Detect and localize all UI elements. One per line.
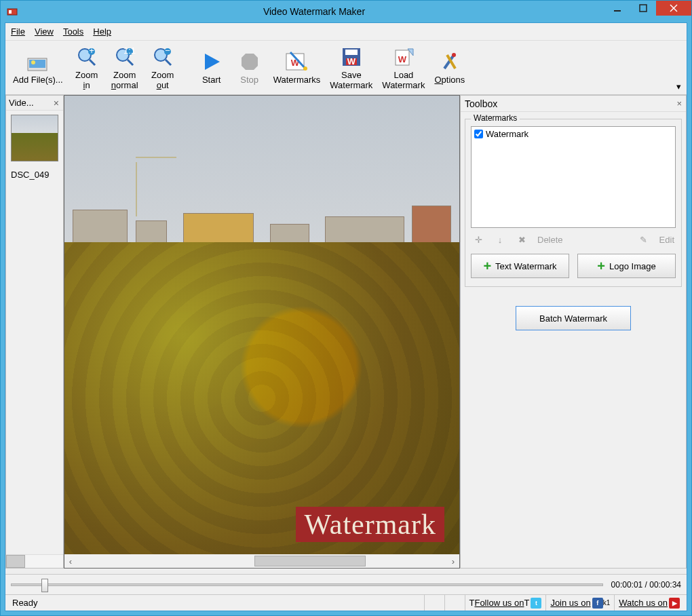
window-titlebar: Video Watermark Maker <box>1 1 691 22</box>
svg-point-8 <box>31 60 35 64</box>
zoom-out-button[interactable]: − Zoomout <box>145 43 180 92</box>
remove-icon: ✖ <box>516 233 528 246</box>
toolbar-dropdown-icon[interactable]: ▾ <box>675 80 683 93</box>
scroll-left-icon[interactable]: ‹ <box>64 555 77 567</box>
svg-point-36 <box>452 53 456 57</box>
zoom-in-button[interactable]: + Zoomin <box>69 43 104 92</box>
logo-image-button[interactable]: + Logo Image <box>577 254 676 278</box>
watermark-list-item[interactable]: Watermark <box>473 128 674 140</box>
edit-icon: ✎ <box>638 233 650 246</box>
play-icon <box>199 50 224 74</box>
move-down-icon: ↓ <box>494 233 506 246</box>
status-join[interactable]: Join us on fk1 <box>546 595 615 611</box>
move-up-icon: ✛ <box>472 233 484 246</box>
options-icon <box>438 50 462 74</box>
menu-view[interactable]: View <box>35 26 54 37</box>
svg-line-18 <box>166 60 171 65</box>
svg-text:−: − <box>165 46 170 56</box>
watermarks-label: Watermarks <box>273 75 321 85</box>
watermark-tools: ✛ ↓ ✖ Delete ✎ Edit <box>471 228 676 251</box>
close-button[interactable] <box>656 1 691 16</box>
load-icon: W <box>391 45 416 69</box>
text-watermark-button[interactable]: + Text Watermark <box>471 254 569 278</box>
add-files-button[interactable]: Add File(s)... <box>9 47 66 87</box>
svg-rect-7 <box>29 60 45 68</box>
files-panel-title: Vide... <box>9 98 52 108</box>
minimize-button[interactable] <box>604 1 630 16</box>
thumbnail-label: DSC_049 <box>11 170 58 180</box>
preview-panel: Watermark ‹ › <box>64 95 460 569</box>
svg-rect-28 <box>345 50 358 55</box>
batch-watermark-label: Batch Watermark <box>539 313 607 324</box>
svg-text:W: W <box>398 54 407 64</box>
timeline-time: 00:00:01 / 00:00:34 <box>611 580 681 590</box>
batch-watermark-button[interactable]: Batch Watermark <box>516 306 631 330</box>
menu-tools[interactable]: Tools <box>63 26 83 37</box>
app-icon <box>6 5 18 18</box>
thumbnail-image <box>11 115 58 161</box>
preview-image: Watermark <box>64 96 459 554</box>
main-area: Vide... × DSC_049 <box>5 95 687 569</box>
watermark-overlay[interactable]: Watermark <box>296 507 444 542</box>
files-scrollbar[interactable] <box>6 554 63 568</box>
svg-rect-3 <box>640 5 647 12</box>
load-watermark-button[interactable]: W LoadWatermark <box>379 43 428 92</box>
stop-button: Stop <box>232 47 267 87</box>
svg-line-10 <box>90 60 95 65</box>
add-files-label: Add File(s)... <box>13 75 63 85</box>
status-ready: Ready <box>8 595 425 611</box>
start-button[interactable]: Start <box>194 47 229 87</box>
watermarks-icon: W <box>284 50 309 74</box>
watermarks-list[interactable]: Watermark <box>471 126 676 228</box>
svg-line-14 <box>128 60 133 65</box>
svg-text:W: W <box>347 56 356 66</box>
status-follow[interactable]: TFollow us onT t <box>465 595 547 611</box>
toolbox-panel: Toolbox × Watermarks Watermark ✛ ↓ <box>460 95 687 569</box>
svg-marker-22 <box>242 54 258 70</box>
delete-label: Delete <box>537 235 563 245</box>
add-files-icon <box>26 50 50 74</box>
save-watermark-button[interactable]: W SaveWatermark <box>326 43 376 92</box>
timeline-slider[interactable] <box>11 583 603 586</box>
watermark-item-label: Watermark <box>486 129 528 139</box>
watermarks-button[interactable]: W Watermarks <box>270 47 324 87</box>
menubar: File View Tools Help <box>5 23 687 41</box>
svg-text:1:1: 1:1 <box>123 46 136 56</box>
toolbox-title: Toolbox <box>465 98 676 109</box>
watermark-checkbox[interactable] <box>474 130 483 138</box>
status-watch[interactable]: Watch us on ▶ <box>615 595 684 611</box>
watermarks-group: Watermarks Watermark ✛ ↓ ✖ Delete ✎ <box>465 119 682 287</box>
options-button[interactable]: Options <box>431 47 468 87</box>
svg-marker-21 <box>205 54 220 70</box>
zoom-normal-button[interactable]: 1:1 Zoomnormal <box>107 43 142 92</box>
preview-hscrollbar[interactable]: ‹ › <box>64 554 459 568</box>
maximize-button[interactable] <box>630 1 656 16</box>
svg-point-26 <box>303 66 307 71</box>
svg-rect-1 <box>9 10 12 14</box>
zoom-out-icon: − <box>151 45 175 69</box>
toolbar: Add File(s)... + Zoomin 1:1 Zoomnormal −… <box>5 41 687 95</box>
menu-help[interactable]: Help <box>93 26 111 37</box>
svg-text:+: + <box>89 46 94 56</box>
file-thumbnail[interactable]: DSC_049 <box>9 113 60 181</box>
twitter-icon: t <box>531 598 541 609</box>
save-icon: W <box>339 45 364 69</box>
files-panel: Vide... × DSC_049 <box>5 95 64 569</box>
facebook-icon: f <box>592 598 603 609</box>
statusbar: Ready TFollow us onT t Join us on fk1 Wa… <box>5 594 687 611</box>
files-panel-close-icon[interactable]: × <box>52 98 60 109</box>
youtube-icon: ▶ <box>669 598 680 609</box>
text-watermark-label: Text Watermark <box>495 261 557 271</box>
toolbox-close-icon[interactable]: × <box>676 98 682 109</box>
menu-file[interactable]: File <box>11 26 25 37</box>
start-label: Start <box>202 75 220 85</box>
timeline-row: 00:00:01 / 00:00:34 <box>5 574 687 594</box>
zoom-normal-icon: 1:1 <box>113 45 137 69</box>
client-area: File View Tools Help Add File(s)... + Zo… <box>5 22 687 611</box>
stop-label: Stop <box>240 75 258 85</box>
scroll-right-icon[interactable]: › <box>447 555 459 567</box>
plus-icon: + <box>483 258 491 274</box>
timeline-thumb[interactable] <box>41 579 48 592</box>
svg-text:W: W <box>291 58 300 68</box>
preview-viewport[interactable]: Watermark <box>64 96 459 554</box>
